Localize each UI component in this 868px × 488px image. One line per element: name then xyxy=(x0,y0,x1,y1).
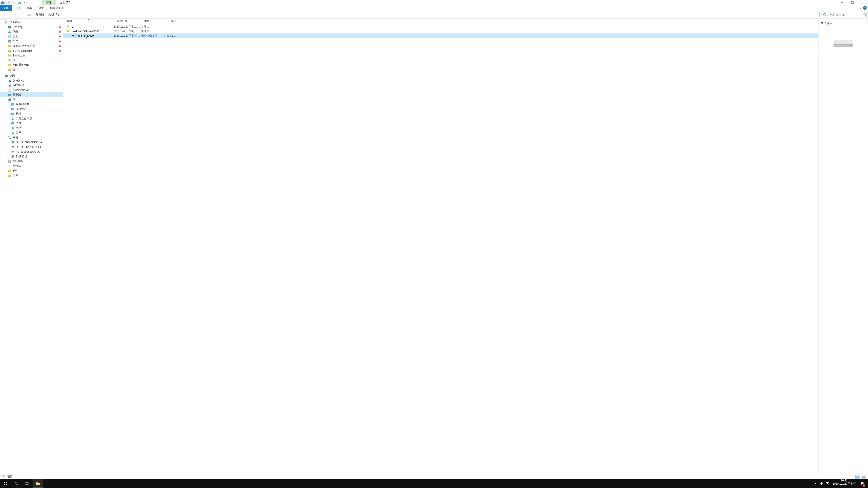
tree-quick-access[interactable]: 快速访问 xyxy=(0,20,63,25)
help-icon[interactable]: ? xyxy=(863,6,867,10)
tree-item[interactable]: WPS网盘 xyxy=(0,83,63,88)
svg-point-52 xyxy=(850,45,851,46)
minimize-button[interactable] xyxy=(837,0,847,5)
tree-label: DESKTOP-NJEU3CG xyxy=(16,145,42,149)
refresh-button[interactable] xyxy=(822,12,827,18)
tree-item[interactable]: Administrator xyxy=(0,88,63,92)
tree-item[interactable]: YUNQISHI2019📌 xyxy=(0,48,63,53)
svg-rect-51 xyxy=(834,44,853,47)
tree-control-panel[interactable]: 控制面板 xyxy=(0,159,63,164)
file-list[interactable]: 12020/12/15, 星期二 1...文件夹BaiduNetdiskDown… xyxy=(63,24,818,474)
recent-dropdown-icon[interactable]: ▾ xyxy=(14,12,17,18)
tree-software-folder[interactable]: 软件 xyxy=(0,168,63,173)
ribbon-tab-drive-tools[interactable]: 驱动器工具 xyxy=(47,5,67,11)
new-folder-icon[interactable] xyxy=(18,0,22,4)
ribbon-tab-file[interactable]: 文件 xyxy=(0,5,12,11)
back-button[interactable]: ← xyxy=(1,12,7,18)
tree-item[interactable]: 音乐 xyxy=(0,130,63,135)
action-center-button[interactable]: 3 xyxy=(858,479,867,488)
close-button[interactable] xyxy=(858,0,868,5)
tree-network[interactable]: 网络 xyxy=(0,135,63,140)
chevron-right-icon[interactable]: › xyxy=(60,13,62,16)
show-desktop-button[interactable] xyxy=(867,479,868,488)
desktop-icon xyxy=(4,74,8,78)
pin-icon: 📌 xyxy=(58,30,62,33)
tree-item[interactable]: DESKTOP-NJEU3CG xyxy=(0,144,63,149)
tree-item[interactable]: 天翼云盘下载 xyxy=(0,116,63,121)
app-icon[interactable] xyxy=(1,0,5,4)
tree-item[interactable]: PC-20190530OBLA xyxy=(0,149,63,154)
svg-line-65 xyxy=(17,484,18,485)
svg-point-16 xyxy=(9,40,9,41)
ribbon-collapse-icon[interactable]: ⌄ xyxy=(860,7,862,9)
search-input[interactable] xyxy=(829,13,863,16)
tree-item[interactable]: win7重装win7 xyxy=(0,63,63,67)
task-view-button[interactable] xyxy=(22,479,33,488)
up-button[interactable]: ↑ xyxy=(18,12,24,18)
tree-item[interactable]: Desktop📌 xyxy=(0,25,63,29)
tree-item[interactable]: 图片 xyxy=(0,67,63,72)
chevron-right-icon[interactable]: › xyxy=(33,13,34,16)
tree-item[interactable]: 本机照片 xyxy=(0,107,63,111)
ribbon-tab-view[interactable]: 查看 xyxy=(35,5,47,11)
delete-icon[interactable] xyxy=(13,0,17,4)
tree-item[interactable]: 图片📌 xyxy=(0,39,63,43)
navigation-pane[interactable]: 快速访问 Desktop📌下载📌文档📌图片📌excel表格制作求和📌YUNQIS… xyxy=(0,19,63,474)
tree-item[interactable]: 库 xyxy=(0,97,63,102)
search-icon[interactable]: 🔍 xyxy=(863,13,867,16)
ribbon-tab-share[interactable]: 共享 xyxy=(24,5,35,11)
start-button[interactable] xyxy=(0,479,11,488)
tree-item[interactable]: DESKTOP-LSSOEDP xyxy=(0,140,63,144)
status-bar: 3 个项目 xyxy=(0,474,868,479)
column-date[interactable]: 修改日期 xyxy=(114,19,141,24)
file-row[interactable]: BaiduNetdiskDownload2020/12/25, 星期五 1...… xyxy=(63,29,818,33)
tree-recycle-bin[interactable]: 回收站 xyxy=(0,164,63,168)
breadcrumb[interactable]: › 此电脑 › 文档 (E:) › ⌄ xyxy=(26,12,819,18)
qat-dropdown-icon[interactable]: ▾ xyxy=(23,2,26,4)
properties-icon[interactable] xyxy=(8,0,12,4)
tree-item[interactable]: 文档 xyxy=(0,126,63,130)
volume-icon[interactable] xyxy=(814,482,817,485)
chevron-right-icon[interactable]: › xyxy=(45,13,47,16)
search-button[interactable] xyxy=(11,479,22,488)
tree-item[interactable]: 文档📌 xyxy=(0,34,63,39)
tree-item[interactable]: 下载📌 xyxy=(0,29,63,34)
tree-item[interactable]: 保存的图片 xyxy=(0,102,63,107)
tree-item[interactable]: 此电脑 xyxy=(0,92,63,97)
svg-rect-26 xyxy=(9,98,10,101)
breadcrumb-part[interactable]: 文档 (E:) xyxy=(48,13,59,17)
wps-icon xyxy=(8,84,11,87)
details-view-button[interactable] xyxy=(855,475,860,479)
tree-item[interactable]: ZMT2019 xyxy=(0,154,63,159)
tree-item[interactable]: OneDrive xyxy=(0,78,63,83)
ribbon-context-tab[interactable]: 管理 xyxy=(42,0,56,5)
tray-overflow-icon[interactable]: ︿ xyxy=(809,482,812,486)
tree-desktop[interactable]: 桌面 xyxy=(0,73,63,78)
tree-item[interactable]: excel表格制作求和📌 xyxy=(0,43,63,48)
taskbar-clock[interactable]: 16:32 2020/12/25, 星期五 xyxy=(831,479,858,488)
icons-view-button[interactable] xyxy=(861,475,866,479)
tree-item[interactable]: 图片 xyxy=(0,121,63,126)
svg-rect-40 xyxy=(11,146,14,148)
maximize-button[interactable] xyxy=(847,0,858,5)
ribbon-tab-home[interactable]: 主页 xyxy=(12,5,24,11)
tree-files-folder[interactable]: 文件 xyxy=(0,173,63,178)
search-box[interactable]: 🔍 xyxy=(828,12,867,18)
breadcrumb-dropdown-icon[interactable]: ⌄ xyxy=(816,13,818,16)
tree-item[interactable]: G:\ xyxy=(0,58,63,63)
column-size[interactable]: 大小 xyxy=(164,19,178,24)
file-row[interactable]: Win7x64_2020.iso2020/12/25, 星期五 1...光盘映像… xyxy=(63,33,818,38)
tray-app-icon[interactable] xyxy=(826,482,829,485)
tree-label: 网络 xyxy=(13,135,18,139)
tree-item[interactable]: 视频 xyxy=(0,111,63,116)
svg-rect-18 xyxy=(8,60,11,61)
ime-indicator[interactable]: 中 xyxy=(820,482,823,486)
forward-button[interactable]: → xyxy=(8,12,13,18)
breadcrumb-part[interactable]: 此电脑 xyxy=(35,13,44,17)
file-row[interactable]: 12020/12/15, 星期二 1...文件夹 xyxy=(63,24,818,29)
tree-item[interactable]: Bandicam xyxy=(0,53,63,58)
taskbar-explorer[interactable] xyxy=(33,479,43,488)
column-type[interactable]: 类型 xyxy=(141,19,164,24)
svg-rect-43 xyxy=(12,153,13,153)
network-icon xyxy=(8,136,11,139)
